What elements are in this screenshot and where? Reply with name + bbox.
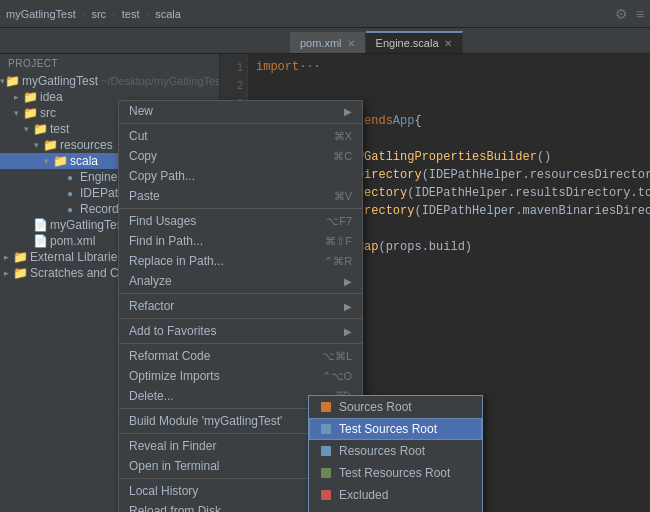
menu-icon[interactable]: ≡ [636, 6, 644, 22]
mark-directory-submenu: Sources RootTest Sources RootResources R… [308, 395, 483, 512]
submenu-color-icon [319, 488, 333, 502]
settings-icon[interactable]: ⚙ [615, 6, 628, 22]
submenu-color-icon [319, 444, 333, 458]
context-menu-item[interactable]: Reformat Code⌥⌘L [119, 346, 362, 366]
submenu-arrow-icon: ▶ [344, 301, 352, 312]
submenu-item[interactable]: Sources Root [309, 396, 482, 418]
context-menu-separator [119, 123, 362, 124]
ctx-shortcut: ⌃⌥O [322, 370, 353, 383]
ctx-shortcut: ⌘V [334, 190, 352, 203]
context-menu-item[interactable]: Analyze▶ [119, 271, 362, 291]
line-number: 1 [220, 58, 247, 76]
tree-label: src [40, 106, 56, 120]
submenu-item[interactable]: Test Resources Root [309, 462, 482, 484]
ctx-item-label: Copy [129, 149, 313, 163]
submenu-color-icon [319, 466, 333, 480]
tree-icon: 📁 [32, 122, 48, 136]
submenu-item[interactable]: Test Sources Root [309, 418, 482, 440]
line-number: 2 [220, 76, 247, 94]
ctx-item-label: Find Usages [129, 214, 306, 228]
context-menu-item[interactable]: Paste⌘V [119, 186, 362, 206]
tree-label: idea [40, 90, 63, 104]
close-pom-icon[interactable]: ✕ [347, 38, 355, 49]
close-engine-icon[interactable]: ✕ [444, 38, 452, 49]
context-menu-item[interactable]: Add to Favorites▶ [119, 321, 362, 341]
context-menu-item[interactable]: Find Usages⌥F7 [119, 211, 362, 231]
tree-icon: 📄 [32, 218, 48, 232]
tab-engine-scala[interactable]: Engine.scala ✕ [366, 31, 463, 53]
context-menu-item[interactable]: Refactor▶ [119, 296, 362, 316]
context-menu-item[interactable]: Find in Path...⌘⇧F [119, 231, 362, 251]
submenu-arrow-icon: ▶ [344, 326, 352, 337]
context-menu-item[interactable]: Copy Path... [119, 166, 362, 186]
sidebar-title: Project [0, 54, 219, 73]
submenu-arrow-icon: ▶ [344, 276, 352, 287]
tree-label: scala [70, 154, 98, 168]
tab-bar: pom.xml ✕ Engine.scala ✕ [0, 28, 650, 54]
ctx-shortcut: ⌥F7 [326, 215, 352, 228]
context-menu-item[interactable]: Cut⌘X [119, 126, 362, 146]
ctx-item-label: Find in Path... [129, 234, 305, 248]
tree-icon: 📁 [42, 138, 58, 152]
tree-arrow: ▾ [30, 140, 42, 150]
tree-arrow: ▾ [20, 124, 32, 134]
context-menu-separator [119, 318, 362, 319]
tree-label: resources [60, 138, 113, 152]
ctx-item-label: Reformat Code [129, 349, 302, 363]
ctx-item-label: Analyze [129, 274, 338, 288]
submenu-arrow-icon: ▶ [344, 106, 352, 117]
tree-icon: 📁 [12, 266, 28, 280]
tree-icon: 📁 [52, 154, 68, 168]
submenu-item[interactable]: Resources Root [309, 440, 482, 462]
context-menu-item[interactable]: New▶ [119, 101, 362, 121]
ctx-item-label: Optimize Imports [129, 369, 302, 383]
ctx-item-label: Refactor [129, 299, 338, 313]
ctx-item-label: Delete... [129, 389, 316, 403]
tree-label: test [50, 122, 69, 136]
ctx-item-label: New [129, 104, 338, 118]
submenu-item-label: Excluded [339, 488, 388, 502]
tree-icon: 📁 [12, 250, 28, 264]
submenu-item-label: Sources Root [339, 400, 412, 414]
context-menu-separator [119, 343, 362, 344]
tree-label: External Libraries [30, 250, 123, 264]
src-label: src [91, 8, 106, 20]
submenu-item-label: Resources Root [339, 444, 425, 458]
submenu-item[interactable]: Excluded [309, 484, 482, 506]
project-label: myGatlingTest [6, 8, 76, 20]
top-bar: myGatlingTest › src › test › scala ⚙ ≡ [0, 0, 650, 28]
tree-label: myGatlingTest ~/Desktop/myGatlingTest [22, 74, 219, 88]
ctx-item-label: Replace in Path... [129, 254, 304, 268]
tree-label: pom.xml [50, 234, 95, 248]
ctx-item-label: Add to Favorites [129, 324, 338, 338]
submenu-color-icon [319, 422, 333, 436]
submenu-item-label: Test Sources Root [339, 422, 437, 436]
tree-arrow: ▾ [40, 156, 52, 166]
context-menu-item[interactable]: Optimize Imports⌃⌥O [119, 366, 362, 386]
tree-icon: 📁 [22, 90, 38, 104]
ctx-item-label: Local History [129, 484, 338, 498]
ctx-item-label: Cut [129, 129, 314, 143]
submenu-item-label: Test Resources Root [339, 466, 450, 480]
ctx-shortcut: ⌘X [334, 130, 352, 143]
ctx-item-label: Copy Path... [129, 169, 352, 183]
tree-arrow: ▸ [0, 252, 12, 262]
scala-label: scala [155, 8, 181, 20]
context-menu-item[interactable]: Copy⌘C [119, 146, 362, 166]
tree-icon: 📁 [22, 106, 38, 120]
tree-icon: 📄 [32, 234, 48, 248]
test-label: test [122, 8, 140, 20]
tree-icon: ● [62, 170, 78, 184]
tree-item[interactable]: ▾📁myGatlingTest ~/Desktop/myGatlingTest [0, 73, 219, 89]
tree-arrow: ▾ [10, 108, 22, 118]
ctx-shortcut: ⌘C [333, 150, 352, 163]
ctx-shortcut: ⌃⌘R [324, 255, 352, 268]
context-menu-separator [119, 208, 362, 209]
context-menu-item[interactable]: Replace in Path...⌃⌘R [119, 251, 362, 271]
tab-pom-xml[interactable]: pom.xml ✕ [290, 32, 366, 53]
tree-label: Engine [80, 170, 117, 184]
submenu-item[interactable]: Generated Sources Root [309, 506, 482, 512]
tree-arrow: ▸ [0, 268, 12, 278]
ctx-item-label: Paste [129, 189, 314, 203]
tree-arrow: ▸ [10, 92, 22, 102]
